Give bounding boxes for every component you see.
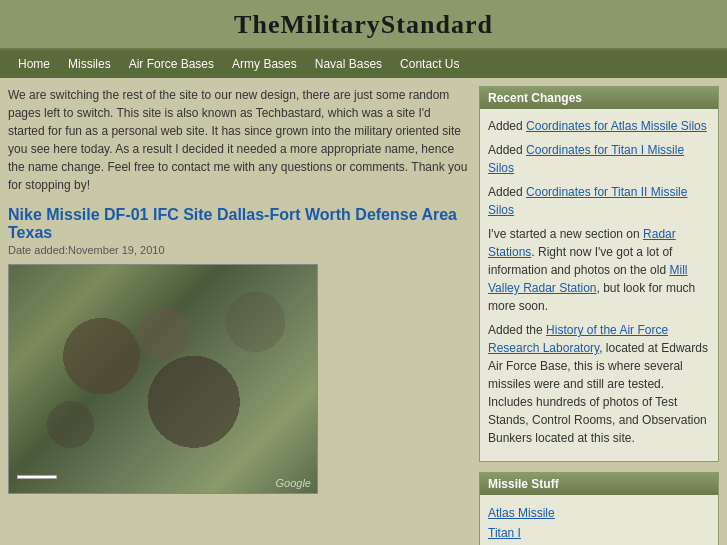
scale-bar <box>17 475 57 479</box>
navigation: Home Missiles Air Force Bases Army Bases… <box>0 50 727 78</box>
article-image: Google <box>8 264 318 494</box>
content-wrapper: We are switching the rest of the site to… <box>0 78 727 545</box>
nav-naval-bases[interactable]: Naval Bases <box>307 55 390 73</box>
image-credit: Google <box>276 477 311 489</box>
radar-stations-para: I've started a new section on Radar Stat… <box>488 225 710 315</box>
titan2-silos-link[interactable]: Coordinates for Titan II Missile Silos <box>488 185 687 217</box>
recent-changes-content: Added Coordinates for Atlas Missile Silo… <box>480 109 718 461</box>
sidebar: Recent Changes Added Coordinates for Atl… <box>479 86 719 545</box>
atlas-missile-link[interactable]: Atlas Missile <box>488 503 710 523</box>
site-header: TheMilitaryStandard <box>0 0 727 50</box>
article-date: Date added:November 19, 2010 <box>8 244 469 256</box>
recent-item-3: Added Coordinates for Titan II Missile S… <box>488 183 710 219</box>
nav-home[interactable]: Home <box>10 55 58 73</box>
mill-valley-link[interactable]: Mill Valley Radar Station <box>488 263 687 295</box>
missile-stuff-content: Atlas Missile Titan I Titan II Minuteman… <box>480 495 718 545</box>
article-title[interactable]: Nike Missile DF-01 IFC Site Dallas-Fort … <box>8 206 469 242</box>
atlas-silos-link[interactable]: Coordinates for Atlas Missile Silos <box>526 119 707 133</box>
scale-bar-line <box>17 475 57 479</box>
titan1-link[interactable]: Titan I <box>488 523 710 543</box>
missile-links-list: Atlas Missile Titan I Titan II Minuteman… <box>488 503 710 545</box>
recent-changes-header: Recent Changes <box>480 87 718 109</box>
nav-contact-us[interactable]: Contact Us <box>392 55 467 73</box>
missile-stuff-header: Missile Stuff <box>480 473 718 495</box>
nav-army-bases[interactable]: Army Bases <box>224 55 305 73</box>
radar-stations-link[interactable]: Radar Stations <box>488 227 676 259</box>
intro-text: We are switching the rest of the site to… <box>8 86 469 194</box>
recent-item-2: Added Coordinates for Titan I Missile Si… <box>488 141 710 177</box>
nav-air-force-bases[interactable]: Air Force Bases <box>121 55 222 73</box>
nav-missiles[interactable]: Missiles <box>60 55 119 73</box>
history-para: Added the History of the Air Force Resea… <box>488 321 710 447</box>
titan1-silos-link[interactable]: Coordinates for Titan I Missile Silos <box>488 143 684 175</box>
site-title: TheMilitaryStandard <box>0 10 727 40</box>
main-content: We are switching the rest of the site to… <box>8 86 479 494</box>
missile-stuff-box: Missile Stuff Atlas Missile Titan I Tita… <box>479 472 719 545</box>
air-force-history-link[interactable]: History of the Air Force Research Labora… <box>488 323 668 355</box>
recent-changes-box: Recent Changes Added Coordinates for Atl… <box>479 86 719 462</box>
recent-item-1: Added Coordinates for Atlas Missile Silo… <box>488 117 710 135</box>
